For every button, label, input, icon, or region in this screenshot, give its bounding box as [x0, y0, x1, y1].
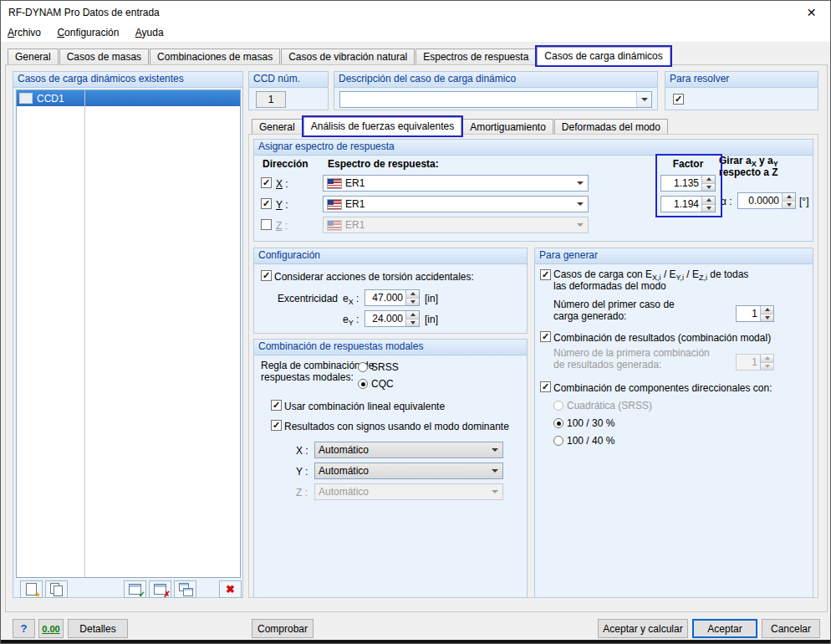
description-combobox[interactable]	[339, 91, 652, 108]
us-flag-icon	[327, 199, 342, 210]
cancel-button[interactable]: Cancelar	[762, 619, 820, 638]
renumber-icon	[179, 583, 192, 595]
new-case-button[interactable]: ★	[20, 580, 43, 598]
help-button[interactable]: ?	[13, 619, 35, 638]
dominant-y-combobox[interactable]: Automático	[314, 463, 503, 479]
result-combination-checkbox[interactable]: ✓	[540, 331, 551, 342]
check-button[interactable]: Comprobar	[252, 619, 314, 638]
renumber-cases-button[interactable]	[174, 580, 196, 598]
list-item-ccd1[interactable]: CCD1	[17, 90, 240, 106]
dominant-x-combobox[interactable]: Automático	[314, 442, 503, 458]
tab-combinaciones-de-masas[interactable]: Combinaciones de masas	[150, 49, 280, 65]
spin-down-icon[interactable]	[406, 299, 419, 306]
tab-amortiguamiento[interactable]: Amortiguamiento	[462, 119, 553, 135]
rule-label-line2: respuestas modales:	[261, 371, 354, 383]
spin-down-icon[interactable]	[406, 319, 419, 327]
spin-down-icon[interactable]	[702, 184, 715, 192]
spin-up-icon[interactable]	[406, 311, 419, 319]
tab-casos-de-carga-dinamicos[interactable]: Casos de carga dinámicos	[537, 47, 670, 65]
delete-case-button[interactable]: ✗	[149, 580, 171, 598]
spectrum-y-combobox[interactable]: ER1	[323, 196, 589, 212]
menu-ayuda[interactable]: Ayuda	[129, 24, 171, 42]
chevron-down-icon	[577, 202, 584, 206]
dominant-x-value: Automático	[319, 444, 369, 456]
torsion-checkbox[interactable]: ✓	[261, 270, 272, 281]
accept-button[interactable]: Aceptar	[692, 619, 757, 638]
spin-up-icon[interactable]	[406, 290, 419, 299]
directional-combination-checkbox[interactable]: ✓	[540, 381, 551, 392]
result-combination-label: Combinación de resultados (combinación m…	[553, 332, 771, 344]
spin-up-icon[interactable]	[761, 306, 773, 314]
radio-100-40[interactable]	[553, 436, 563, 446]
label-100-30: 100 / 30 %	[567, 417, 614, 429]
configuration-header: Configuración	[254, 248, 527, 264]
srss-label: SRSS	[371, 361, 399, 373]
direction-z-checkbox[interactable]	[261, 219, 272, 230]
solve-group: Para resolver ✓	[665, 71, 818, 110]
description-dropdown-button[interactable]	[636, 92, 651, 107]
ey-field[interactable]: 24.000	[365, 310, 420, 327]
generate-cases-checkbox[interactable]: ✓	[540, 269, 551, 280]
spin-down-icon[interactable]	[761, 314, 773, 322]
tab-deformadas-del-modo[interactable]: Deformadas del modo	[554, 119, 668, 135]
first-case-field[interactable]: 1	[736, 305, 774, 322]
alpha-field[interactable]: 0.0000	[737, 192, 796, 209]
gc-s3: Z,i	[699, 273, 707, 282]
tab-casos-de-masas[interactable]: Casos de masas	[59, 49, 149, 65]
cqc-radio[interactable]	[358, 379, 368, 389]
eccentricity-label: Excentricidad	[278, 293, 338, 304]
tab-general-inner[interactable]: General	[252, 119, 303, 135]
details-button[interactable]: Detalles	[68, 619, 128, 638]
signs-dominant-checkbox[interactable]: ✓	[271, 420, 282, 431]
direction-x-label: X :	[276, 178, 288, 190]
dominant-z-label: Z :	[296, 487, 308, 498]
cases-listbox[interactable]: CCD1	[16, 89, 241, 578]
first-case-spinner[interactable]	[760, 306, 773, 321]
tab-analisis-fuerzas-equivalentes[interactable]: Análisis de fuerzas equivalentes	[303, 117, 461, 135]
ex-spinner[interactable]	[405, 290, 419, 305]
check-icon: ✓	[674, 95, 683, 104]
description-header: Descripción del caso de carga dinámico	[334, 72, 657, 88]
check-icon: ✓	[262, 271, 271, 280]
chevron-down-icon	[492, 448, 498, 452]
accept-and-calculate-button[interactable]: Aceptar y calcular	[598, 619, 688, 638]
factor-y-field[interactable]: 1.194	[660, 196, 716, 212]
factor-x-field[interactable]: 1.135	[660, 175, 716, 192]
ey-spinner[interactable]	[405, 311, 419, 326]
check-icon: ✓	[272, 421, 281, 430]
spectrum-x-combobox[interactable]: ER1	[323, 175, 589, 192]
direction-x-checkbox[interactable]: ✓	[261, 177, 272, 188]
ex-field[interactable]: 47.000	[365, 289, 420, 306]
equivalent-linear-checkbox[interactable]: ✓	[271, 400, 282, 411]
alpha-unit: [°]	[799, 196, 808, 207]
solve-checkbox[interactable]: ✓	[673, 94, 684, 105]
units-icon: 0.00	[42, 624, 59, 634]
direction-y-checkbox[interactable]: ✓	[261, 198, 272, 209]
factor-y-spinner[interactable]	[701, 197, 715, 212]
ex-label-p: e	[343, 293, 349, 304]
menu-configuracion[interactable]: Configuración	[50, 24, 125, 42]
tab-general[interactable]: General	[8, 49, 59, 65]
check-icon: ✓	[541, 382, 550, 391]
radio-100-30[interactable]	[553, 418, 563, 428]
copy-case-button[interactable]	[45, 580, 68, 598]
srss-radio[interactable]	[358, 362, 368, 372]
tab-espectros-de-respuesta[interactable]: Espectros de respuesta	[416, 49, 536, 65]
factor-y-value: 1.194	[661, 198, 701, 210]
factor-x-spinner[interactable]	[701, 176, 715, 191]
spin-down-icon[interactable]	[702, 205, 715, 212]
first-case-value: 1	[737, 308, 760, 319]
check-button-label: Comprobar	[257, 623, 308, 635]
spin-up-icon[interactable]	[702, 176, 715, 184]
spin-down-icon[interactable]	[783, 202, 795, 209]
delete-all-cases-button[interactable]: ✖	[219, 580, 242, 598]
description-group: Descripción del caso de carga dinámico	[334, 71, 658, 110]
spin-up-icon[interactable]	[783, 193, 795, 202]
apply-case-button[interactable]: ✓	[124, 580, 146, 598]
close-button[interactable]: ✕	[793, 1, 830, 24]
menu-archivo[interactable]: Archivo	[1, 24, 48, 42]
alpha-spinner[interactable]	[782, 193, 795, 208]
spin-up-icon[interactable]	[702, 197, 715, 205]
tab-casos-de-vibracion-natural[interactable]: Casos de vibración natural	[281, 49, 415, 65]
units-button[interactable]: 0.00	[38, 619, 64, 638]
